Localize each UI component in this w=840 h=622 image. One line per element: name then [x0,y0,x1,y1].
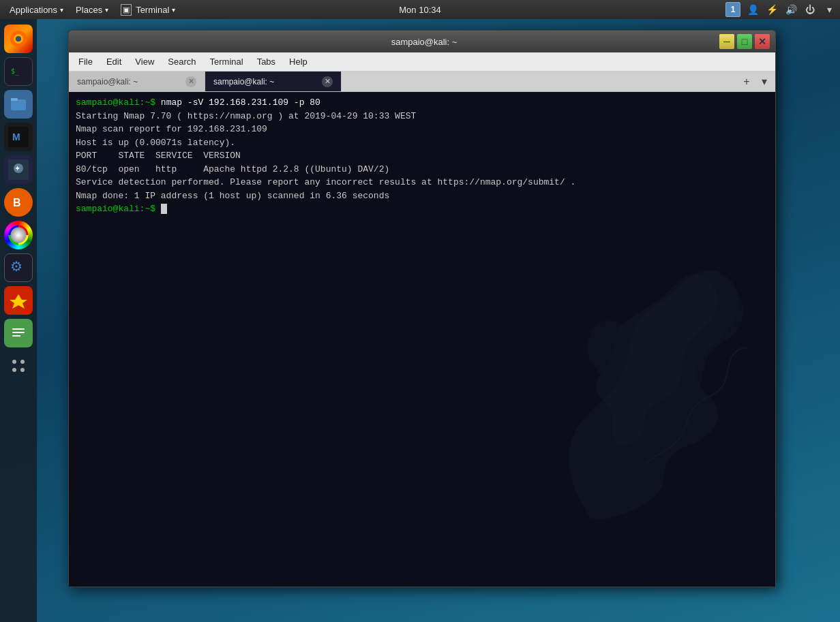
terminal-label: Terminal [136,5,169,15]
window-controls: ─ □ ✕ [719,34,770,49]
users-icon[interactable]: 👤 [746,3,760,16]
dock-metasploit[interactable]: M [4,123,33,151]
dock-files[interactable] [4,90,33,119]
svg-text:B: B [13,197,21,208]
svg-text:M: M [12,131,20,142]
terminal-icon: ▣ [121,4,132,16]
svg-point-25 [12,368,16,372]
places-arrow: ▾ [105,6,108,14]
svg-text:⚙: ⚙ [10,259,22,274]
menu-tabs[interactable]: Tabs [252,55,281,69]
new-tab-button[interactable]: + [738,74,755,90]
terminal-window: sampaio@kali: ~ ─ □ ✕ File Edit View Sea… [68,30,776,587]
power-arrow[interactable]: ▾ [822,3,836,16]
window-title: sampaio@kali: ~ [129,37,719,47]
taskbar-left: Applications ▾ Places ▾ ▣ Terminal ▾ [4,3,181,17]
places-menu[interactable]: Places ▾ [70,3,114,16]
svg-point-2 [16,36,21,42]
volume-icon[interactable]: 🔊 [784,3,798,16]
power-icon[interactable]: ⏻ [803,3,817,16]
svg-point-26 [20,368,25,372]
dock-fairy[interactable]: ✦ [4,155,33,184]
menu-file[interactable]: File [73,55,98,69]
dock-kali-tools[interactable]: ⚙ [4,253,33,282]
dock-notes[interactable] [4,319,33,347]
places-label: Places [76,5,102,15]
svg-point-23 [12,360,16,364]
svg-rect-20 [12,328,25,330]
menu-view[interactable]: View [130,55,160,69]
terminal-menu[interactable]: ▣ Terminal ▾ [115,3,181,17]
dock-burp[interactable]: B [4,188,33,217]
terminal-content[interactable]: sampaio@kali:~$ nmap -sV 192.168.231.109… [69,92,775,587]
tab-2-label: sampaio@kali: ~ [213,77,274,87]
tab-2[interactable]: sampaio@kali: ~ ✕ [205,72,342,91]
svg-rect-6 [11,98,18,101]
dock-firefox[interactable] [4,25,33,53]
maximize-button[interactable]: □ [737,34,752,49]
dock-terminal[interactable]: $_ [4,57,33,86]
title-bar: sampaio@kali: ~ ─ □ ✕ [69,31,775,52]
menu-edit[interactable]: Edit [101,55,127,69]
terminal-lines: sampaio@kali:~$ nmap -sV 192.168.231.109… [76,96,768,216]
tabs-bar: sampaio@kali: ~ ✕ sampaio@kali: ~ ✕ + ▾ [69,72,775,92]
tab-2-close[interactable]: ✕ [322,76,333,87]
menu-search[interactable]: Search [162,55,201,69]
close-button[interactable]: ✕ [755,34,770,49]
dock-all-apps[interactable] [4,352,33,380]
workspace-indicator[interactable]: 1 [725,2,740,17]
dock: $_ M ✦ B [0,19,37,622]
taskbar: Applications ▾ Places ▾ ▣ Terminal ▾ Mon… [0,0,840,19]
tab-1-label: sampaio@kali: ~ [77,77,138,87]
tab-1[interactable]: sampaio@kali: ~ ✕ [69,72,205,91]
applications-arrow: ▾ [60,6,63,14]
minimize-button[interactable]: ─ [719,34,734,49]
svg-text:✦: ✦ [14,164,20,172]
dock-flashcard[interactable] [4,286,33,315]
menu-terminal[interactable]: Terminal [205,55,249,69]
tabs-actions: + ▾ [738,72,775,91]
taskbar-clock: Mon 10:34 [399,5,440,15]
applications-label: Applications [10,5,57,15]
network-icon[interactable]: ⚡ [765,3,779,16]
dock-color[interactable] [4,221,33,249]
svg-rect-5 [11,99,26,110]
svg-rect-21 [12,332,25,333]
tabs-menu-button[interactable]: ▾ [756,74,772,90]
applications-menu[interactable]: Applications ▾ [4,3,69,16]
tab-1-close[interactable]: ✕ [185,76,196,87]
taskbar-right: 1 👤 ⚡ 🔊 ⏻ ▾ [725,2,836,17]
svg-text:$_: $_ [11,67,20,76]
menu-bar: File Edit View Search Terminal Tabs Help [69,52,775,72]
terminal-arrow: ▾ [172,6,175,14]
svg-point-24 [20,360,25,364]
dragon-watermark [509,260,748,546]
svg-rect-22 [12,335,20,337]
menu-help[interactable]: Help [284,55,313,69]
